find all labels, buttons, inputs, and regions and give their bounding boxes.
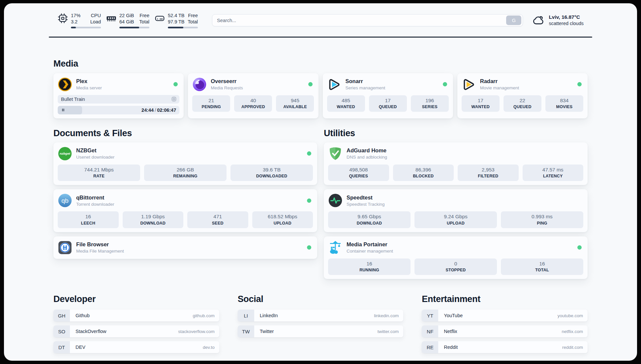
service-subtitle: Media server	[76, 85, 102, 91]
stat-value: 0	[416, 261, 496, 267]
bookmark-url: reddit.com	[562, 345, 583, 350]
stat-label: QUERIES	[329, 174, 388, 179]
service-titles: File BrowserMedia File Management	[76, 241, 124, 254]
filebrowser-icon	[58, 240, 72, 255]
stat-label: DOWNLOADED	[232, 174, 312, 179]
service-titles: Media PortainerContainer management	[347, 241, 393, 254]
main-columns: Documents & Files nzbgetNZBGetUsenet dow…	[53, 128, 588, 279]
service-card-portainer[interactable]: Media PortainerContainer management16RUN…	[324, 236, 588, 279]
overseerr-icon	[192, 77, 207, 92]
service-card-radarr[interactable]: RadarrMovie management17WANTED22QUEUED83…	[457, 73, 588, 118]
service-card-qbittorrent[interactable]: qbqBittorrentTorrent downloader16LEECH1.…	[53, 189, 317, 232]
stat-label: LEECH	[59, 221, 117, 226]
search-input[interactable]	[217, 18, 506, 23]
stat-value: 47.57 ms	[524, 167, 582, 173]
stat-label: WANTED	[463, 105, 498, 109]
service-card-adguard[interactable]: AdGuard HomeDNS and adblocking498,508QUE…	[324, 142, 588, 185]
plex-icon	[58, 77, 72, 92]
bookmark-label: Github	[76, 313, 90, 318]
bookmark-github[interactable]: GHGithubgithub.com	[53, 310, 219, 321]
stat-value: 22	[505, 98, 540, 104]
stat-blocked: 86,396BLOCKED	[393, 165, 454, 181]
bookmark-youtube[interactable]: YTYouTubeyoutube.com	[422, 310, 588, 321]
service-card-header: PlexMedia server	[58, 77, 179, 92]
stats-row: 9.65 GbpsDOWNLOAD9.24 GbpsUPLOAD0.993 ms…	[328, 211, 583, 228]
stat-value: 40	[235, 98, 271, 104]
svg-text:nzbget: nzbget	[60, 152, 71, 155]
stat-label: RATE	[59, 174, 139, 179]
cpu-icon	[57, 13, 68, 24]
search-bar[interactable]: G	[212, 14, 523, 26]
weather-widget[interactable]: Lviv, 16.87°C scattered clouds	[532, 14, 584, 27]
topbar: 17%CPU3.2Load22 GiBFree64 GiBTotal52.4 T…	[53, 3, 588, 28]
bookmark-linkedin[interactable]: LILinkedInlinkedin.com	[238, 310, 404, 321]
service-name: Plex	[76, 78, 102, 85]
bookmark-label: Netflix	[444, 329, 457, 334]
dashboard-content: 17%CPU3.2Load22 GiBFree64 GiBTotal52.4 T…	[4, 3, 637, 361]
service-titles: SonarrSeries management	[346, 78, 385, 91]
stat-value: 16	[502, 261, 582, 267]
stat-value: 618.52 Mbps	[254, 214, 312, 220]
section-media: Media PlexMedia serverBullet Train24:44/…	[53, 59, 588, 118]
service-card-overseerr[interactable]: OverseerrMedia Requests21PENDING40APPROV…	[188, 73, 318, 118]
bookmark-url: twitter.com	[378, 329, 399, 334]
stat-value: 196	[412, 98, 447, 104]
stats-row: 16LEECH1.19 GbpsDOWNLOAD471SEED618.52 Mb…	[58, 211, 313, 228]
stat-label: DOWNLOAD	[124, 221, 182, 226]
playback-time: 24:44/02:06:47	[141, 107, 176, 113]
section-title-entertainment: Entertainment	[422, 294, 588, 304]
section-title-social: Social	[238, 294, 404, 304]
service-card-plex[interactable]: PlexMedia serverBullet Train24:44/02:06:…	[53, 73, 184, 118]
stat-value: 9.24 Gbps	[416, 214, 496, 220]
service-subtitle: Torrent downloader	[76, 202, 114, 207]
now-playing-row: Bullet Train	[58, 95, 179, 104]
stat-value: 52.4 TB	[168, 13, 185, 19]
stat-label: Load	[90, 19, 101, 25]
bookmark-stackoverflow[interactable]: SOStackOverflowstackoverflow.com	[53, 325, 219, 337]
status-dot-online	[308, 82, 313, 86]
stat-seed: 471SEED	[187, 211, 248, 228]
bookmark-dev[interactable]: DTDEVdev.to	[53, 341, 219, 353]
service-card-sonarr[interactable]: SonarrSeries management485WANTED17QUEUED…	[323, 73, 453, 118]
system-stats-group: 17%CPU3.2Load22 GiBFree64 GiBTotal52.4 T…	[57, 13, 203, 28]
stat-value: 17%	[71, 13, 80, 19]
service-name: File Browser	[76, 241, 124, 248]
stat-value: 2,953	[459, 167, 517, 173]
stat-value: 64 GiB	[119, 19, 134, 25]
stat-value: 21	[194, 98, 229, 104]
system-stat-memory: 22 GiBFree64 GiBTotal	[106, 13, 149, 28]
service-subtitle: Media Requests	[211, 85, 243, 91]
stat-value: 3.2	[71, 19, 77, 25]
stat-pending: 21PENDING	[192, 95, 230, 112]
stat-label: REMAINING	[145, 174, 225, 179]
weather-text: Lviv, 16.87°C scattered clouds	[549, 14, 584, 27]
bookmark-reddit[interactable]: RERedditreddit.com	[422, 341, 588, 353]
status-dot-online	[307, 198, 311, 203]
stat-value: 97.9 TB	[168, 19, 185, 25]
search-engine-button[interactable]: G	[506, 15, 521, 25]
stat-value: 22 GiB	[119, 13, 134, 19]
service-card-speedtest[interactable]: SpeedtestSpeedtest Tracking9.65 GbpsDOWN…	[324, 189, 588, 232]
service-titles: AdGuard HomeDNS and adblocking	[347, 147, 387, 160]
radarr-icon	[462, 77, 476, 92]
bookmark-netflix[interactable]: NFNetflixnetflix.com	[422, 325, 588, 337]
stat-download: 9.65 GbpsDOWNLOAD	[328, 211, 411, 228]
playback-duration: 02:06:47	[157, 107, 176, 113]
service-card-filebrowser[interactable]: File BrowserMedia File Management	[53, 236, 317, 259]
stat-approved: 40APPROVED	[234, 95, 272, 112]
section-title-documents: Documents & Files	[53, 128, 317, 138]
bookmark-url: dev.to	[203, 345, 215, 350]
stat-label: QUEUED	[505, 105, 540, 109]
stat-label: BLOCKED	[394, 174, 453, 179]
service-card-nzbget[interactable]: nzbgetNZBGetUsenet downloader744.21 Mbps…	[53, 142, 317, 185]
bookmark-url: linkedin.com	[374, 313, 399, 318]
stat-label: WANTED	[328, 105, 364, 109]
bookmark-label: YouTube	[444, 313, 463, 318]
service-name: Radarr	[480, 78, 519, 85]
stat-value: 9.65 Gbps	[329, 214, 409, 220]
stat-label: PENDING	[194, 105, 229, 109]
nzbget-icon: nzbget	[58, 146, 72, 161]
bookmark-abbr: LI	[238, 310, 254, 321]
bookmark-twitter[interactable]: TWTwittertwitter.com	[238, 325, 404, 337]
section-title-developer: Developer	[53, 294, 219, 304]
